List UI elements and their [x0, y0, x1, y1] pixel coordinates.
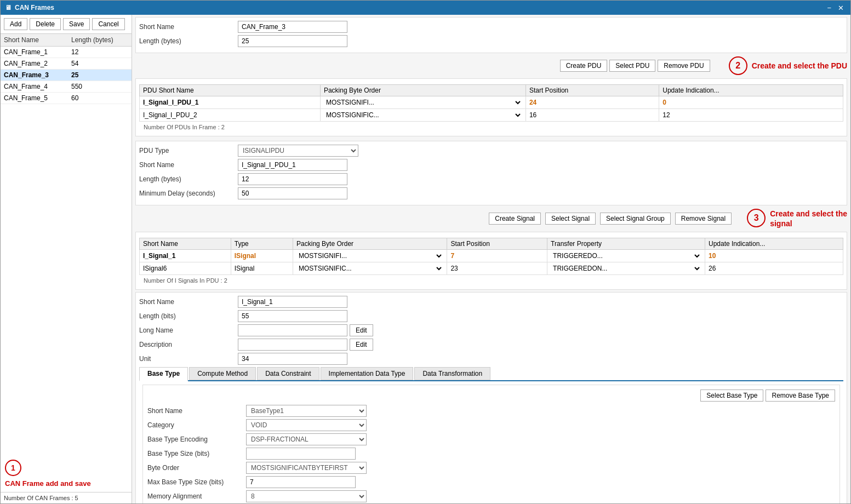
table-row[interactable]: I_Signal_I_PDU_2 MOSTSIGNIFIC... 16 12 [140, 109, 843, 122]
frame-form-section: Short Name Length (bytes) [135, 17, 847, 53]
sig-length-row: Length (bits) [139, 310, 843, 322]
add-button[interactable]: Add [4, 18, 27, 30]
sig-unit-input[interactable] [238, 353, 347, 365]
pdu-packing-select[interactable]: MOSTSIGNIFI... [324, 98, 522, 107]
sig-description-input[interactable] [238, 339, 347, 351]
minimize-button[interactable]: − [825, 4, 833, 12]
bt-encoding-label: Base Type Encoding [147, 436, 246, 443]
pdu-col-update: Update Indication... [659, 85, 843, 96]
tab-data-constraint[interactable]: Data Constraint [257, 367, 319, 380]
pdu-mindelay-input[interactable] [238, 187, 347, 199]
tab-data-transformation[interactable]: Data Transformation [414, 367, 490, 380]
frame-short-name-input[interactable] [238, 21, 347, 33]
bt-category-select[interactable]: VOID [246, 419, 367, 431]
delete-button[interactable]: Delete [30, 18, 61, 30]
pdu-type-select[interactable]: ISIGNALIPDU [238, 145, 358, 157]
annotation-text-1: CAN Frame add and save [5, 479, 127, 488]
can-frames-count: Number Of CAN Frames : 5 [1, 492, 132, 503]
main-window: 🖥 CAN Frames − ✕ Add Delete Save Cancel … [0, 0, 851, 504]
sig-type-cell: ISignal [231, 262, 293, 275]
cancel-button[interactable]: Cancel [92, 18, 124, 30]
remove-pdu-button[interactable]: Remove PDU [658, 60, 710, 72]
pdu-name-cell: I_Signal_I_PDU_2 [140, 109, 321, 122]
pdu-count: Number Of PDUs In Frame : 2 [144, 124, 839, 130]
pdu-mindelay-label: Minimum Delay (seconds) [139, 190, 238, 197]
sig-longname-edit-button[interactable]: Edit [350, 324, 373, 336]
table-row[interactable]: I_Signal_I_PDU_1 MOSTSIGNIFI... 24 0 [140, 96, 843, 109]
table-row[interactable]: CAN_Frame_254 [1, 58, 132, 70]
select-base-type-button[interactable]: Select Base Type [700, 390, 763, 402]
frame-short-name-label: Short Name [139, 23, 238, 31]
pdu-start-cell: 24 [526, 96, 659, 109]
sig-start-cell: 23 [447, 262, 547, 275]
create-pdu-button[interactable]: Create PDU [560, 60, 608, 72]
sig-short-name-input[interactable] [238, 296, 347, 308]
bt-byteorder-select[interactable]: MOSTSIGNIFICANTBYTEFIRST [246, 462, 367, 474]
sig-unit-row: Unit [139, 353, 843, 365]
main-content: Add Delete Save Cancel Short Name Length… [1, 15, 850, 503]
bt-memory-label: Memory Alignment [147, 492, 246, 500]
pdu-length-input[interactable] [238, 173, 347, 185]
bt-category-row: Category VOID [147, 419, 835, 431]
bt-category-label: Category [147, 421, 246, 429]
sig-longname-input[interactable] [238, 324, 347, 336]
pdu-short-name-row: Short Name [139, 159, 843, 171]
bt-size-input[interactable] [246, 448, 356, 460]
signal-table-section: Short Name Type Packing Byte Order Start… [135, 232, 847, 290]
remove-base-type-button[interactable]: Remove Base Type [766, 390, 835, 402]
select-pdu-button[interactable]: Select PDU [609, 60, 655, 72]
table-row[interactable]: CAN_Frame_325 [1, 70, 132, 81]
close-button[interactable]: ✕ [836, 4, 846, 12]
sig-packing-select[interactable]: MOSTSIGNIFIC... [296, 264, 443, 273]
sig-packing-cell: MOSTSIGNIFI... [293, 250, 447, 262]
table-row[interactable]: I_Signal_1 ISignal MOSTSIGNIFI... 7 TRIG… [140, 250, 843, 262]
pdu-col-name: PDU Short Name [140, 85, 321, 96]
remove-signal-button[interactable]: Remove Signal [675, 213, 732, 225]
tab-implementation-data-type[interactable]: Implementation Data Type [321, 367, 414, 380]
table-row[interactable]: CAN_Frame_4550 [1, 81, 132, 93]
sig-transfer-cell: TRIGGEREDO... [547, 250, 705, 262]
signal-controls-row: Create Signal Select Signal Select Signa… [135, 209, 847, 228]
table-row[interactable]: ISignal6 ISignal MOSTSIGNIFIC... 23 TRIG… [140, 262, 843, 275]
bt-memory-row: Memory Alignment 8 [147, 490, 835, 502]
create-signal-button[interactable]: Create Signal [489, 213, 541, 225]
frame-name-cell: CAN_Frame_4 [1, 81, 68, 93]
frame-length-input[interactable] [238, 35, 347, 47]
tab-base-type[interactable]: Base Type [139, 367, 188, 381]
basetype-buttons: Select Base Type Remove Base Type [147, 390, 835, 402]
col-short-name: Short Name [1, 34, 68, 47]
pdu-short-name-input[interactable] [238, 159, 347, 171]
bt-memory-select[interactable]: 8 [246, 490, 367, 502]
bt-maxsize-input[interactable] [246, 476, 356, 488]
frame-length-label: Length (bytes) [139, 37, 238, 45]
annotation-text-2: Create and select the PDU [752, 61, 847, 71]
sig-length-label: Length (bits) [139, 312, 238, 320]
table-row[interactable]: CAN_Frame_112 [1, 47, 132, 58]
pdu-packing-select[interactable]: MOSTSIGNIFIC... [324, 111, 522, 119]
table-row[interactable]: CAN_Frame_560 [1, 93, 132, 104]
sig-update-cell: 26 [705, 262, 843, 275]
sig-col-packing: Packing Byte Order [293, 238, 447, 250]
signal-tabs: Base Type Compute Method Data Constraint… [139, 367, 843, 381]
save-button[interactable]: Save [63, 18, 90, 30]
sig-description-label: Description [139, 341, 238, 348]
sig-length-input[interactable] [238, 310, 347, 322]
title-bar-controls: − ✕ [825, 4, 846, 12]
tab-compute-method[interactable]: Compute Method [189, 367, 256, 380]
signal-detail-section: Short Name Length (bits) Long Name Edit … [135, 292, 847, 503]
bt-short-name-select[interactable]: BaseType1 [246, 405, 367, 417]
sig-description-edit-button[interactable]: Edit [350, 339, 373, 351]
frame-name-cell: CAN_Frame_5 [1, 93, 68, 104]
sig-transfer-select[interactable]: TRIGGEREDON... [551, 264, 701, 273]
sig-transfer-select[interactable]: TRIGGEREDO... [551, 251, 701, 260]
annotation-3: 3 Create and select the signal [747, 209, 847, 228]
sig-packing-select[interactable]: MOSTSIGNIFI... [296, 251, 443, 260]
bt-short-name-label: Short Name [147, 407, 246, 415]
sig-update-cell: 10 [705, 250, 843, 262]
select-signal-group-button[interactable]: Select Signal Group [600, 213, 671, 225]
signal-count: Number Of I Signals In PDU : 2 [144, 277, 839, 284]
right-panel: Short Name Length (bytes) Create PDU Sel… [132, 15, 850, 503]
bt-encoding-select[interactable]: DSP-FRACTIONAL [246, 433, 367, 445]
select-signal-button[interactable]: Select Signal [545, 213, 596, 225]
sig-type-cell: ISignal [231, 250, 293, 262]
